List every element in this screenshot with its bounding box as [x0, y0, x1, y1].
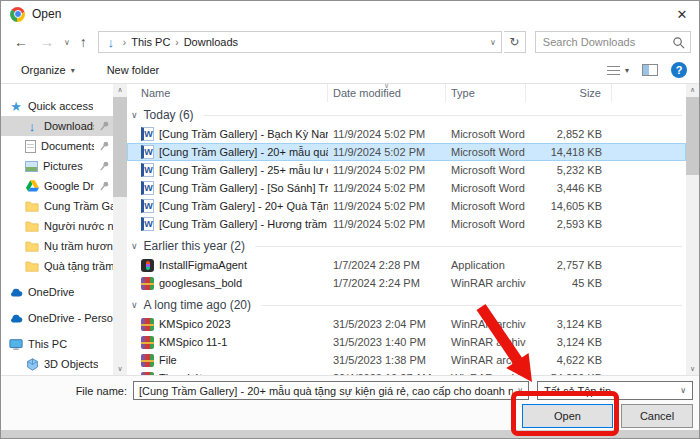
word-icon: W: [141, 217, 154, 231]
preview-pane-icon[interactable]: [642, 64, 658, 76]
file-group: ∨Today (6)W[Cung Trầm Gallery] - Bạch Kỳ…: [127, 105, 686, 233]
sidebar-item-google-drive[interactable]: Google Drive: [1, 176, 113, 196]
file-row[interactable]: File31/5/2023 1:38 PMWinRAR archive4,622…: [127, 351, 686, 369]
list-view-icon: [607, 65, 620, 75]
scroll-down-icon[interactable]: ∨: [690, 363, 695, 375]
file-name-cell: W[Cung Trầm Gallery] - Bạch Kỳ Nam là gì…: [127, 127, 328, 141]
file-size-cell: 2,593 KB: [526, 218, 612, 230]
group-header[interactable]: ∨Today (6): [127, 105, 686, 125]
star-icon: ★: [9, 99, 23, 113]
sidebar-item-label: Google Drive: [44, 180, 94, 192]
column-header-size[interactable]: Size: [526, 84, 612, 102]
pin-icon[interactable]: [99, 140, 110, 153]
list-scrollbar-thumb[interactable]: [686, 97, 699, 175]
file-name-text: [Cung Trầm Gallery] - Hương trầm tự nh..…: [159, 218, 328, 230]
pin-icon[interactable]: [99, 160, 110, 173]
sidebar-item-label: Nụ trầm hương: [44, 240, 113, 252]
file-size-cell: 3,124 KB: [526, 336, 612, 348]
sidebar-scrollbar-thumb[interactable]: [113, 97, 127, 197]
file-name-text: KMSpico 2023: [159, 318, 231, 330]
new-folder-button[interactable]: New folder: [107, 64, 160, 76]
scroll-up-icon[interactable]: ∧: [117, 84, 122, 96]
navigation-bar: ← → ∨ ↑ ↓ › This PC › Downloads ∨ ↻: [1, 27, 699, 57]
list-scrollbar[interactable]: ∧ ∨: [686, 84, 699, 375]
forward-icon[interactable]: →: [35, 34, 59, 50]
search-input[interactable]: [541, 35, 672, 49]
gdrive-icon: [25, 179, 39, 193]
sidebar-item-n-tr-m-h-ng[interactable]: Nụ trầm hương: [1, 236, 113, 256]
recent-locations-icon[interactable]: ∨: [61, 38, 73, 47]
sidebar-item-onedrive-person[interactable]: OneDrive - Person: [1, 308, 113, 328]
file-row[interactable]: googlesans_bold1/7/2024 2:24 PMWinRAR ar…: [127, 274, 686, 292]
breadcrumb-downloads[interactable]: Downloads: [184, 36, 238, 48]
sidebar-item-cung-tr-m-galle[interactable]: Cung Trầm Galle: [1, 196, 113, 216]
back-icon[interactable]: ←: [9, 34, 33, 50]
file-row[interactable]: InstallFigmaAgent1/7/2024 2:28 PMApplica…: [127, 256, 686, 274]
file-name-label: File name:: [1, 385, 127, 397]
file-groups: ∨Today (6)W[Cung Trầm Gallery] - Bạch Kỳ…: [127, 102, 686, 375]
file-row[interactable]: W[Cung Trầm Gallery] - [So Sánh] Trà Oải…: [127, 179, 686, 197]
group-collapse-icon[interactable]: ∨: [131, 241, 138, 251]
close-icon[interactable]: ✕: [665, 1, 699, 27]
file-row[interactable]: W[Cung Trầm Gallery] - Hương trầm tự nh.…: [127, 215, 686, 233]
file-date-cell: 11/9/2024 5:02 PM: [328, 200, 446, 212]
file-row[interactable]: KMSpico 11-131/5/2023 1:40 PMWinRAR arch…: [127, 333, 686, 351]
help-icon[interactable]: ?: [671, 62, 687, 78]
pin-icon[interactable]: [99, 120, 110, 133]
scroll-up-icon[interactable]: ∧: [690, 84, 695, 96]
group-collapse-icon[interactable]: ∨: [131, 300, 138, 310]
file-name-dropdown-icon[interactable]: ∨: [513, 386, 523, 395]
sidebar-item-ng-i-n-c-ngo[interactable]: Người nước ngo: [1, 216, 113, 236]
file-type-cell: Microsoft Word D...: [446, 128, 526, 140]
organize-button[interactable]: Organize ▾: [21, 64, 75, 76]
file-row[interactable]: W[Cung Trầm Gallery] - 20+ mẫu quà tặng …: [127, 143, 686, 161]
file-row[interactable]: W[Cung Trầm Galery] - 20+ Quà Tặng Tết D…: [127, 197, 686, 215]
address-bar[interactable]: ↓ › This PC › Downloads ∨: [98, 31, 502, 53]
view-mode-button[interactable]: ▾: [607, 65, 629, 75]
cancel-button[interactable]: Cancel: [621, 404, 693, 428]
breadcrumb-this-pc[interactable]: This PC: [131, 36, 170, 48]
file-type-cell: Microsoft Word D...: [446, 182, 526, 194]
cube-icon: [25, 357, 39, 371]
sidebar-item-3d-objects[interactable]: 3D Objects: [1, 354, 113, 374]
group-collapse-icon[interactable]: ∨: [131, 110, 138, 120]
address-dropdown-icon[interactable]: ∨: [490, 38, 496, 47]
pc-icon: [9, 337, 23, 351]
file-date-cell: 11/9/2024 5:02 PM: [328, 218, 446, 230]
file-name-combobox[interactable]: [Cung Trầm Gallery] - 20+ mẫu quà tặng s…: [133, 381, 529, 400]
sidebar-item-quick-access[interactable]: ★Quick access: [1, 96, 113, 116]
sidebar-item-onedrive[interactable]: OneDrive: [1, 282, 113, 302]
sort-indicator-icon: ∨: [384, 82, 389, 90]
refresh-icon[interactable]: ↻: [504, 31, 526, 53]
rar-icon: [141, 318, 154, 331]
group-label: Earlier this year (2): [144, 239, 245, 253]
sidebar-item-documents[interactable]: Documents: [1, 136, 113, 156]
file-row[interactable]: W[Cung Trầm Gallery] - Bạch Kỳ Nam là gì…: [127, 125, 686, 143]
file-name-text: [Cung Trầm Gallery] - Bạch Kỳ Nam là gì_…: [159, 128, 328, 140]
file-row[interactable]: W[Cung Trầm Gallery] - 25+ mẫu lư điện x…: [127, 161, 686, 179]
group-header[interactable]: ∨Earlier this year (2): [127, 236, 686, 256]
file-name-text: File: [159, 354, 177, 366]
file-name-cell: googlesans_bold: [127, 277, 328, 290]
sidebar-item-this-pc[interactable]: This PC: [1, 334, 113, 354]
folder-icon: [25, 239, 39, 253]
sidebar-item-pictures[interactable]: Pictures: [1, 156, 113, 176]
open-button[interactable]: Open: [522, 404, 613, 428]
file-type-combobox[interactable]: Tất cả Tệp tin ∨: [537, 381, 693, 400]
dialog-footer: File name: [Cung Trầm Gallery] - 20+ mẫu…: [1, 375, 699, 438]
sidebar-item-label: Cung Trầm Galle: [44, 200, 113, 212]
group-header[interactable]: ∨A long time ago (20): [127, 295, 686, 315]
sidebar-scrollbar[interactable]: ∧ ∨: [113, 84, 127, 375]
search-icon: [672, 36, 685, 49]
scroll-down-icon[interactable]: ∨: [117, 363, 122, 375]
column-header-date-modified[interactable]: ∨ Date modified: [328, 84, 446, 102]
file-row[interactable]: KMSpico 202331/5/2023 2:04 PMWinRAR arch…: [127, 315, 686, 333]
up-icon[interactable]: ↑: [75, 34, 92, 50]
column-header-name[interactable]: Name: [127, 84, 328, 102]
file-type-dropdown-icon[interactable]: ∨: [676, 386, 686, 395]
group-label: Today (6): [144, 108, 194, 122]
sidebar-item-qu-t-ng-tr-m-h[interactable]: Quà tặng trầm h: [1, 256, 113, 276]
pin-icon[interactable]: [99, 180, 110, 193]
column-header-type[interactable]: Type: [446, 84, 526, 102]
sidebar-item-downloads[interactable]: ↓Downloads: [1, 116, 113, 136]
